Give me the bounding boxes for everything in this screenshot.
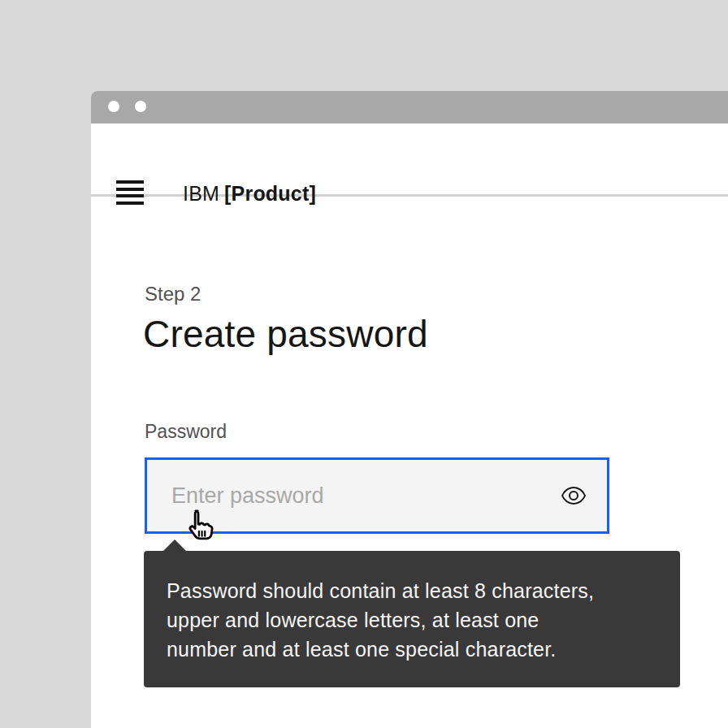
tooltip-text: Password should contain at least 8 chara… <box>167 576 667 664</box>
password-field-label: Password <box>145 421 227 443</box>
menu-bar <box>116 202 144 205</box>
brand-product: [Product] <box>224 182 316 205</box>
menu-bar <box>116 180 144 184</box>
window-control-dot[interactable] <box>108 101 119 112</box>
password-input-wrap <box>145 457 609 534</box>
menu-bar <box>116 194 144 197</box>
eye-view-icon <box>561 483 587 509</box>
tooltip-caret <box>163 540 186 551</box>
brand-title: IBM[Product] <box>183 182 316 206</box>
window-control-dot[interactable] <box>135 101 146 112</box>
password-requirements-tooltip: Password should contain at least 8 chara… <box>144 551 680 687</box>
browser-window: IBM[Product] Step 2 Create password Pass… <box>91 91 728 728</box>
hamburger-menu-icon[interactable] <box>116 180 144 205</box>
show-password-button[interactable] <box>559 481 588 510</box>
app-header: IBM[Product] <box>91 124 728 197</box>
brand-prefix: IBM <box>183 182 219 205</box>
menu-bar <box>116 188 144 191</box>
page-title: Create password <box>143 312 428 356</box>
step-label: Step 2 <box>145 283 201 306</box>
password-input[interactable] <box>145 457 609 534</box>
window-titlebar <box>91 91 728 124</box>
